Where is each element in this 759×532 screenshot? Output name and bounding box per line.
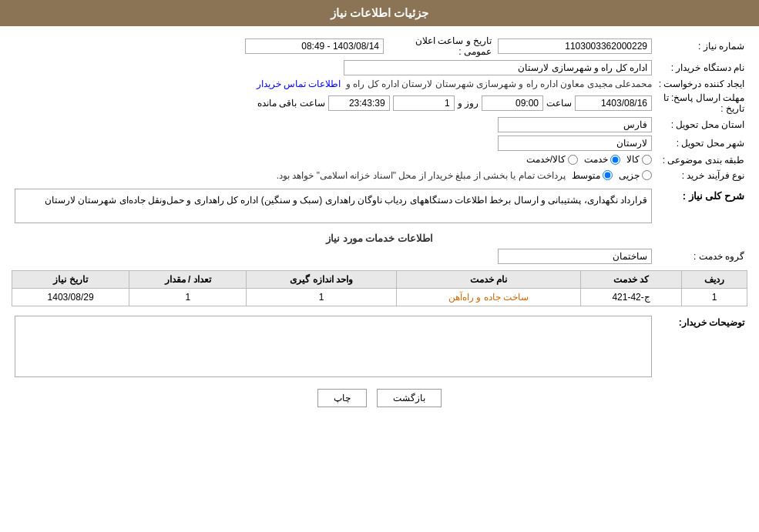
radio-kala-khedmat[interactable]: کالا/خدمت [526, 154, 578, 165]
khadamat-title: اطلاعات خدمات مورد نیاز [12, 233, 747, 244]
table-row: 1 ج-42-421 ساخت جاده و راه‌آهن 1 1 1403/… [12, 288, 747, 306]
tosehat-label: توضیحات خریدار: [679, 317, 744, 328]
roz-value: 1 [393, 95, 455, 111]
roz-label: روز و [458, 98, 479, 109]
sharhKolli-value: قرارداد نگهداری، پشتیبانی و ارسال برخط ا… [15, 189, 652, 223]
shahr-value: لارستان [498, 136, 652, 151]
back-button[interactable]: بازگشت [377, 389, 442, 407]
remaining-label: ساعت باقی مانده [257, 98, 325, 109]
col-nam: نام خدمت [397, 270, 581, 288]
date1-value: 1403/08/16 [575, 95, 652, 111]
col-radif: ردیف [682, 270, 747, 288]
cell-nam: ساخت جاده و راه‌آهن [397, 288, 581, 306]
radio-khedmat[interactable]: خدمت [584, 154, 620, 165]
shomareNiaz-value: 1103003362000229 [498, 38, 652, 54]
page-header: جزئیات اطلاعات نیاز [0, 0, 759, 26]
page-title: جزئیات اطلاعات نیاز [331, 6, 428, 19]
tosehat-textarea[interactable] [15, 316, 652, 377]
namDastgah-label: نام دستگاه خریدار : [671, 62, 744, 73]
remaining-value: 23:43:39 [328, 95, 390, 111]
sharhKolli-label: شرح کلی نیاز : [683, 190, 744, 202]
cell-radif: 1 [682, 288, 747, 306]
col-tedad: تعداد / مقدار [129, 270, 247, 288]
cell-tedad: 1 [129, 288, 247, 306]
col-kod: کد خدمت [581, 270, 682, 288]
saat-label: ساعت [546, 98, 572, 109]
radio-kala[interactable]: کالا [626, 154, 652, 165]
print-button[interactable]: چاپ [317, 389, 367, 407]
ijadKonande-link[interactable]: اطلاعات تماس خریدار [257, 79, 341, 89]
cell-vahed: 1 [247, 288, 397, 306]
announcement-label: تاریخ و ساعت اعلان عمومی : [415, 35, 492, 57]
namDastgah-value: اداره کل راه و شهرسازی لارستان [344, 60, 652, 75]
buttons-row: بازگشت چاپ [12, 389, 747, 407]
ijadKonande-label: ایجاد کننده درخواست : [659, 79, 744, 89]
notice-text: پرداخت تمام یا بخشی از مبلغ خریدار از مح… [277, 170, 566, 181]
ostan-value: فارس [498, 117, 652, 132]
col-tarikh: تاریخ نیاز [12, 270, 129, 288]
ostan-label: استان محل تحویل : [671, 119, 744, 130]
radio-motavasset[interactable]: متوسط [572, 170, 613, 181]
cell-kod: ج-42-421 [581, 288, 682, 306]
shahr-label: شهر محل تحویل : [677, 138, 744, 149]
col-vahed: واحد اندازه گیری [247, 270, 397, 288]
tarighe-label: طبقه بندی موضوعی : [663, 155, 744, 166]
noeFarayand-label: نوع فرآیند خرید : [682, 170, 744, 181]
ijadKonande-value: محمدعلی مجیدی معاون اداره راه و شهرسازی … [346, 79, 652, 89]
saat-value: 09:00 [482, 95, 543, 111]
mohlatErsal-label: مهلت ارسال پاسخ: تا تاریخ : [663, 92, 744, 114]
groheKhedmat-value: ساختمان [498, 249, 652, 264]
radio-jozii[interactable]: جزیی [619, 170, 652, 181]
announcement-value: 1403/08/14 - 08:49 [245, 38, 384, 54]
shomareNiaz-label: شماره نیاز : [698, 41, 744, 52]
cell-tarikh: 1403/08/29 [12, 288, 129, 306]
groheKhedmat-label: گروه خدمت : [694, 251, 744, 262]
